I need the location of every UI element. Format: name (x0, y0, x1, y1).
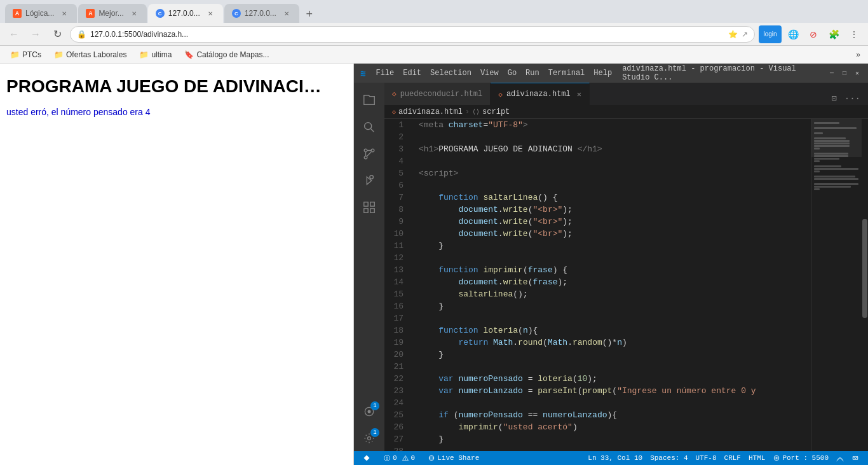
browser-tab-3[interactable]: C 127.0.0... ✕ (148, 4, 223, 23)
spaces-text: Spaces: 4 (650, 454, 688, 462)
code-line-26[interactable]: imprimir("usted acertó") (419, 421, 808, 433)
code-line-1[interactable]: <meta charset="UTF-8"> (419, 119, 808, 131)
statusbar-notifications[interactable] (848, 451, 863, 465)
browser-tab-4[interactable]: C 127.0.0... ✕ (224, 4, 299, 23)
activity-source-control[interactable] (356, 141, 382, 167)
statusbar-errors[interactable]: 0 0 (379, 451, 419, 465)
minimize-button[interactable]: ─ (827, 69, 836, 78)
code-line-7[interactable]: function saltarLinea() { (419, 191, 808, 204)
tab-close-3[interactable]: ✕ (205, 8, 215, 18)
line-number-27: 27 (384, 433, 410, 445)
code-line-6[interactable] (419, 179, 808, 191)
code-line-3[interactable]: <h1>PROGRAMA JUEGO DE ADINACION </h1> (419, 143, 808, 155)
menu-icon[interactable]: ⋮ (845, 25, 863, 43)
code-line-15[interactable]: saltarLinea(); (419, 288, 808, 300)
bookmark-ptcs[interactable]: 📁 PTCs (5, 49, 46, 60)
close-button[interactable]: ✕ (853, 69, 862, 78)
bookmarks-more-button[interactable]: » (853, 49, 863, 60)
forward-button[interactable]: → (27, 25, 44, 43)
line-number-14: 14 (384, 276, 410, 288)
code-line-13[interactable]: function imprimir(frase) { (419, 264, 808, 276)
activity-search[interactable] (356, 115, 382, 140)
code-line-16[interactable]: } (419, 300, 808, 312)
extensions-icon[interactable]: 🧩 (825, 25, 843, 43)
menu-go[interactable]: Go (508, 69, 517, 78)
statusbar-broadcast[interactable] (832, 451, 848, 465)
code-editor[interactable]: 1234567891011121314151617181920212223242… (384, 119, 811, 451)
statusbar-live-share[interactable]: Live Share (424, 451, 483, 465)
breadcrumb-section[interactable]: script (482, 108, 510, 116)
activity-explorer[interactable] (356, 88, 382, 113)
code-line-17[interactable] (419, 312, 808, 324)
menu-edit[interactable]: Edit (403, 69, 421, 78)
activity-extensions[interactable] (356, 195, 382, 220)
activity-remote[interactable]: 1 (356, 399, 382, 424)
code-line-20[interactable]: } (419, 349, 808, 361)
code-line-27[interactable]: } (419, 433, 808, 445)
address-box[interactable]: 🔒 127.0.0.1:5500/adivinaza.h... ⭐ ↗ (70, 26, 755, 43)
code-line-9[interactable]: document.write("<br>"); (419, 216, 808, 228)
code-line-11[interactable]: } (419, 240, 808, 252)
menu-terminal[interactable]: Terminal (548, 69, 585, 78)
statusbar-language[interactable]: HTML (745, 451, 769, 465)
tab-close-1[interactable]: ✕ (59, 8, 69, 18)
tab-close-adivinaza[interactable]: ✕ (577, 90, 581, 99)
tab-label-1: Lógica... (25, 9, 54, 18)
activity-settings[interactable]: 1 (356, 426, 382, 451)
new-tab-button[interactable]: + (301, 5, 318, 23)
code-line-23[interactable]: var numeroLanzado = parseInt(prompt("Ing… (419, 385, 808, 397)
login-button[interactable]: login (759, 25, 782, 43)
code-line-12[interactable] (419, 252, 808, 264)
menu-help[interactable]: Help (593, 69, 612, 78)
bookmark-catalogo[interactable]: 🔖 Catálogo de Mapas... (179, 49, 274, 60)
statusbar-encoding[interactable]: UTF-8 (692, 451, 721, 465)
bookmark-ofertas[interactable]: 📁 Ofertas Laborales (49, 49, 132, 60)
code-line-4[interactable] (419, 155, 808, 167)
browser-tab-2[interactable]: A Mejor... ✕ (78, 4, 146, 23)
split-editor-button[interactable]: ⊡ (829, 92, 839, 105)
line-numbers: 1234567891011121314151617181920212223242… (384, 119, 416, 451)
menu-run[interactable]: Run (526, 69, 539, 78)
statusbar-position[interactable]: Ln 33, Col 10 (584, 451, 646, 465)
code-line-21[interactable] (419, 361, 808, 373)
adblocker-icon[interactable]: ⊘ (804, 25, 822, 43)
favicon-1: A (13, 9, 22, 18)
minimap-line-22 (814, 176, 855, 177)
browser-tab-1[interactable]: A Lógica... ✕ (5, 4, 77, 23)
statusbar-remote[interactable] (359, 451, 374, 465)
code-line-14[interactable]: document.write(frase); (419, 276, 808, 288)
code-line-10[interactable]: document.write("<br>"); (419, 228, 808, 240)
breadcrumb-file[interactable]: adivinaza.html (398, 108, 463, 116)
code-line-25[interactable]: if (numeroPensado == numeroLanzado){ (419, 409, 808, 421)
translate-icon[interactable]: 🌐 (784, 25, 802, 43)
code-line-5[interactable]: <script> (419, 167, 808, 179)
breadcrumb-script-icon: ⟨⟩ (472, 108, 480, 116)
statusbar-port[interactable]: Port : 5500 (769, 451, 832, 465)
code-line-8[interactable]: document.write("<br>"); (419, 204, 808, 216)
tab-close-4[interactable]: ✕ (281, 8, 292, 18)
code-content[interactable]: <meta charset="UTF-8"> <h1>PROGRAMA JUEG… (416, 119, 811, 451)
bookmark-ultima[interactable]: 📁 ultima (134, 49, 177, 60)
reload-button[interactable]: ↻ (48, 25, 66, 43)
more-actions-button[interactable]: ··· (842, 92, 863, 105)
maximize-button[interactable]: □ (840, 69, 849, 78)
code-line-18[interactable]: function loteria(n){ (419, 324, 808, 337)
back-button[interactable]: ← (5, 25, 23, 43)
menu-selection[interactable]: Selection (430, 69, 471, 78)
scroll-thumb[interactable] (862, 219, 867, 319)
statusbar-spaces[interactable]: Spaces: 4 (646, 451, 691, 465)
tab-close-2[interactable]: ✕ (129, 8, 139, 18)
editor-tab-adivinaza[interactable]: ◇ adivinaza.html ✕ (491, 83, 590, 105)
code-line-24[interactable] (419, 397, 808, 409)
code-line-19[interactable]: return Math.round(Math.random()*n) (419, 337, 808, 349)
breadcrumb-separator-1: › (465, 108, 470, 116)
menu-file[interactable]: File (376, 69, 394, 78)
editor-tab-puedeconducir[interactable]: ◇ puedeconducir.html (384, 83, 491, 105)
code-line-28[interactable] (419, 445, 808, 451)
code-line-22[interactable]: var numeroPensado = loteria(10); (419, 373, 808, 385)
vertical-scrollbar[interactable] (862, 119, 868, 451)
activity-debug[interactable] (356, 168, 382, 193)
menu-view[interactable]: View (480, 69, 499, 78)
code-line-2[interactable] (419, 131, 808, 143)
statusbar-line-ending[interactable]: CRLF (721, 451, 745, 465)
